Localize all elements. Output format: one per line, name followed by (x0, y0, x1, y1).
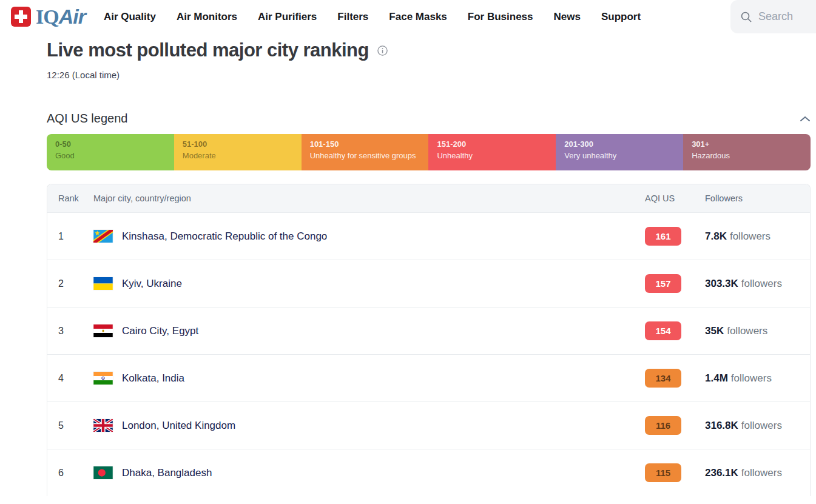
followers-label: followers (741, 278, 782, 289)
band-label: Hazardous (692, 151, 802, 160)
rank-value: 6 (47, 468, 93, 479)
aqi-badge: 115 (645, 463, 681, 482)
followers-label: followers (741, 420, 782, 431)
country-flag-icon (93, 466, 113, 479)
legend-band-usg: 101-150 Unhealthy for sensitive groups (302, 134, 429, 170)
table-row[interactable]: 4 Kolkata, India 134 1.4Mfollowers (47, 354, 810, 402)
city-link[interactable]: London, United Kingdom (122, 420, 235, 432)
band-label: Unhealthy (437, 151, 547, 160)
city-link[interactable]: Kyiv, Ukraine (122, 278, 182, 290)
nav-item-face-masks[interactable]: Face Masks (389, 11, 447, 23)
legend-band-good: 0-50 Good (47, 134, 174, 170)
aqi-badge: 154 (645, 321, 681, 340)
band-label: Very unhealthy (564, 151, 675, 160)
nav-item-air-monitors[interactable]: Air Monitors (177, 11, 237, 23)
logo-wordmark: IQAir (36, 5, 86, 29)
country-flag-icon (93, 324, 113, 337)
chevron-up-icon[interactable] (800, 115, 811, 123)
table-row[interactable]: 5 London, United Kingdom 116 316.8Kfollo… (47, 402, 810, 449)
header-city: Major city, country/region (93, 193, 634, 203)
band-label: Moderate (183, 151, 293, 160)
rank-value: 4 (47, 373, 93, 384)
band-range: 51-100 (183, 139, 293, 149)
rank-value: 3 (47, 326, 93, 337)
page-title: Live most polluted major city ranking (47, 39, 369, 61)
top-navigation-bar: IQAir Air Quality Air Monitors Air Purif… (0, 0, 816, 33)
nav-item-air-quality[interactable]: Air Quality (104, 11, 156, 23)
country-flag-icon (93, 277, 113, 290)
legend-band-moderate: 51-100 Moderate (174, 134, 302, 170)
header-followers: Followers (683, 193, 810, 203)
band-range: 301+ (692, 139, 802, 149)
followers-label: followers (741, 467, 782, 479)
band-range: 151-200 (437, 139, 547, 149)
city-link[interactable]: Kolkata, India (122, 372, 184, 385)
followers-label: followers (730, 230, 770, 242)
country-flag-icon (93, 419, 113, 432)
search-icon (740, 11, 752, 23)
followers-label: followers (731, 372, 772, 384)
followers-count: 316.8K (705, 420, 738, 431)
aqi-badge: 161 (645, 227, 681, 246)
aqi-badge: 134 (645, 369, 681, 388)
search-placeholder: Search (758, 10, 793, 23)
city-ranking-table: Rank Major city, country/region AQI US F… (47, 184, 811, 496)
city-link[interactable]: Kinshasa, Democratic Republic of the Con… (122, 230, 327, 243)
aqi-badge: 116 (645, 416, 681, 435)
table-row[interactable]: 6 Dhaka, Bangladesh 115 236.1Kfollowers (47, 449, 810, 496)
table-row[interactable]: 1 Kinshasa, Democratic Republic of the C… (47, 212, 810, 260)
band-label: Good (55, 151, 166, 160)
rank-value: 5 (47, 420, 93, 431)
followers-count: 35K (705, 325, 724, 337)
followers-label: followers (727, 325, 767, 337)
country-flag-icon (93, 230, 113, 243)
table-row[interactable]: 3 Cairo City, Egypt 154 35Kfollowers (47, 307, 810, 354)
followers-count: 236.1K (705, 467, 738, 479)
followers-count: 7.8K (705, 230, 727, 242)
table-header-row: Rank Major city, country/region AQI US F… (47, 184, 810, 212)
nav-item-filters[interactable]: Filters (337, 11, 368, 23)
iqair-logo[interactable]: IQAir (11, 5, 86, 29)
followers-count: 1.4M (705, 372, 728, 384)
search-input[interactable]: Search (730, 0, 816, 33)
nav-item-support[interactable]: Support (601, 11, 641, 23)
header-aqi: AQI US (634, 193, 683, 203)
band-range: 101-150 (310, 139, 420, 149)
city-link[interactable]: Cairo City, Egypt (122, 325, 198, 337)
local-time-label: 12:26 (Local time) (47, 70, 811, 80)
aqi-legend-bar: 0-50 Good 51-100 Moderate 101-150 Unheal… (47, 134, 811, 170)
table-row[interactable]: 2 Kyiv, Ukraine 157 303.3Kfollowers (47, 260, 810, 307)
city-link[interactable]: Dhaka, Bangladesh (122, 467, 212, 479)
nav-item-air-purifiers[interactable]: Air Purifiers (258, 11, 317, 23)
main-nav: Air Quality Air Monitors Air Purifiers F… (104, 11, 641, 23)
nav-item-for-business[interactable]: For Business (468, 11, 533, 23)
header-rank: Rank (47, 193, 93, 203)
legend-band-hazardous: 301+ Hazardous (683, 134, 811, 170)
legend-band-very-unhealthy: 201-300 Very unhealthy (556, 134, 683, 170)
country-flag-icon (93, 372, 113, 385)
nav-item-news[interactable]: News (554, 11, 581, 23)
band-range: 201-300 (564, 139, 675, 149)
swiss-cross-logo-icon (11, 7, 31, 27)
band-label: Unhealthy for sensitive groups (310, 151, 420, 160)
legend-title: AQI US legend (47, 112, 127, 126)
info-icon[interactable] (377, 45, 388, 56)
rank-value: 1 (47, 231, 93, 242)
followers-count: 303.3K (705, 278, 738, 289)
band-range: 0-50 (55, 139, 166, 149)
legend-band-unhealthy: 151-200 Unhealthy (428, 134, 556, 170)
rank-value: 2 (47, 278, 93, 289)
aqi-badge: 157 (645, 274, 681, 293)
